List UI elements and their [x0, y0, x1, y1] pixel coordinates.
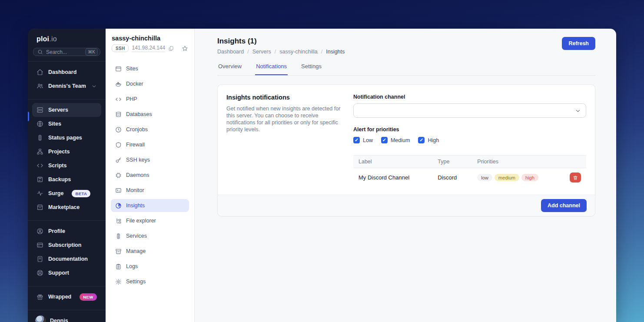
- book-icon: [37, 256, 43, 262]
- sidebar-item-dashboard[interactable]: Dashboard: [32, 65, 101, 79]
- monitor-icon: [115, 187, 122, 194]
- sidebar-group: WrappedNEW: [28, 286, 106, 310]
- server-menu-firewall[interactable]: Firewall: [111, 138, 189, 151]
- keyboard-shortcut-badge: ⌘K: [85, 48, 98, 56]
- checkbox-checked-icon[interactable]: ✓: [418, 137, 425, 143]
- chevron-down-icon: [575, 108, 581, 114]
- shield-icon: [115, 142, 122, 148]
- sidebar-item-scripts[interactable]: Scripts: [32, 159, 101, 173]
- sidebar-item-support[interactable]: Support: [32, 266, 101, 280]
- server-menu-docker[interactable]: Docker: [111, 77, 189, 90]
- priority-pill-low: low: [477, 174, 492, 181]
- notifications-card: Insights notifications Get notified when…: [217, 84, 595, 216]
- sidebar-item-backups[interactable]: Backups: [32, 173, 101, 186]
- window-icon: [115, 66, 122, 72]
- checkbox-label: High: [428, 137, 439, 143]
- server-menu-label: Databases: [126, 111, 152, 117]
- tab-overview[interactable]: Overview: [217, 63, 242, 75]
- breadcrumb-item[interactable]: sassy-chinchilla: [279, 49, 318, 55]
- column-header-label: Label: [353, 156, 432, 168]
- sidebar-item-surge[interactable]: SurgeBETA: [32, 186, 101, 200]
- server-name: sassy-chinchilla: [111, 35, 189, 42]
- server-menu-logs[interactable]: Logs: [111, 260, 189, 273]
- server-menu-settings[interactable]: Settings: [111, 275, 189, 288]
- docker-icon: [115, 81, 122, 87]
- favorite-star-icon[interactable]: [182, 45, 188, 52]
- code-icon: [37, 162, 43, 169]
- breadcrumb-item[interactable]: Dashboard: [217, 49, 244, 55]
- sitemap-icon: [37, 148, 43, 155]
- server-menu-cronjobs[interactable]: Cronjobs: [111, 123, 189, 136]
- sidebar-item-label: Dennis's Team: [48, 83, 86, 89]
- server-menu-php[interactable]: PHP: [111, 93, 189, 106]
- delete-channel-button[interactable]: [570, 173, 581, 183]
- sidebar-item-profile[interactable]: Profile: [32, 224, 101, 238]
- priority-checkbox-high[interactable]: ✓High: [418, 137, 439, 143]
- sidebar-item-status-pages[interactable]: Status pages: [32, 131, 101, 145]
- sidebar-item-documentation[interactable]: Documentation: [32, 252, 101, 266]
- server-menu-label: Cronjobs: [126, 126, 148, 133]
- sidebar-item-label: Wrapped: [48, 294, 71, 300]
- channel-label: Notification channel: [353, 94, 586, 100]
- ssh-badge[interactable]: SSH: [112, 44, 129, 52]
- main-content: Insights (1) Dashboard/Servers/sassy-chi…: [195, 29, 616, 322]
- sidebar-item-label: Surge: [48, 190, 63, 196]
- sidebar-item-label: Dashboard: [48, 69, 76, 75]
- breadcrumb-separator: /: [247, 49, 249, 55]
- user-circle-icon: [37, 228, 43, 235]
- server-menu-label: Docker: [126, 81, 143, 87]
- life-buoy-icon: [37, 269, 43, 276]
- sidebar-item-wrapped[interactable]: WrappedNEW: [32, 290, 101, 304]
- sidebar-item-label: Dennis: [50, 318, 68, 322]
- sidebar-item-label: Documentation: [48, 256, 88, 262]
- sidebar-item-label: Status pages: [48, 135, 82, 141]
- page-title: Insights (1): [217, 37, 345, 46]
- sidebar-item-label: Scripts: [48, 163, 66, 169]
- server-menu-databases[interactable]: Databases: [111, 108, 189, 121]
- sidebar-item-subscription[interactable]: Subscription: [32, 238, 101, 252]
- refresh-button[interactable]: Refresh: [562, 37, 595, 50]
- server-menu-file-explorer[interactable]: File explorer: [111, 214, 189, 227]
- credit-card-icon: [37, 242, 43, 249]
- server-menu-label: Firewall: [126, 142, 145, 148]
- server-menu-services[interactable]: Services: [111, 229, 189, 242]
- server-menu-label: Monitor: [126, 187, 144, 193]
- sidebar-item-dennis-s-team[interactable]: Dennis's Team: [32, 79, 101, 93]
- priority-checkbox-low[interactable]: ✓Low: [353, 137, 373, 143]
- tab-notifications[interactable]: Notifications: [255, 63, 288, 75]
- user-avatar: [35, 315, 46, 322]
- notification-channel-select[interactable]: [353, 103, 586, 118]
- sidebar-item-label: Projects: [48, 149, 70, 155]
- sidebar-item-label: Support: [48, 270, 69, 276]
- users-icon: [37, 83, 43, 90]
- chip-icon: [115, 172, 122, 179]
- server-menu-manage[interactable]: Manage: [111, 245, 189, 258]
- channel-priorities-cell: lowmediumhigh: [472, 168, 563, 187]
- channel-label-cell: My Discord Channel: [353, 168, 432, 187]
- sidebar-item-projects[interactable]: Projects: [32, 145, 101, 159]
- server-menu-daemons[interactable]: Daemons: [111, 169, 189, 182]
- server-menu-label: Insights: [126, 202, 145, 209]
- trash-icon: [573, 175, 578, 180]
- server-sidebar: sassy-chinchilla SSH 141.98.24.144 Sites…: [106, 29, 195, 322]
- traffic-light-icon: [115, 233, 122, 239]
- search-input[interactable]: Search... ⌘K: [33, 48, 100, 56]
- priority-checkbox-medium[interactable]: ✓Medium: [381, 137, 410, 143]
- sidebar-item-dennis[interactable]: Dennis: [32, 314, 101, 322]
- server-menu-monitor[interactable]: Monitor: [111, 184, 189, 197]
- server-ip: 141.98.24.144: [132, 44, 165, 52]
- checkbox-checked-icon[interactable]: ✓: [353, 137, 360, 143]
- sidebar-item-servers[interactable]: Servers: [32, 103, 101, 117]
- copy-ip-icon[interactable]: [168, 46, 174, 51]
- sidebar-item-sites[interactable]: Sites: [32, 117, 101, 131]
- server-menu-insights[interactable]: Insights: [111, 199, 189, 212]
- server-menu-sites[interactable]: Sites: [111, 62, 189, 75]
- tab-settings[interactable]: Settings: [300, 63, 322, 75]
- breadcrumb-item[interactable]: Servers: [252, 49, 271, 55]
- add-channel-button[interactable]: Add channel: [541, 199, 587, 212]
- search-placeholder: Search...: [46, 49, 67, 55]
- server-menu-ssh-keys[interactable]: SSH keys: [111, 153, 189, 166]
- sidebar-item-marketplace[interactable]: Marketplace: [32, 200, 101, 214]
- checkbox-checked-icon[interactable]: ✓: [381, 137, 388, 143]
- ploi-logo[interactable]: ploi.io: [28, 29, 106, 43]
